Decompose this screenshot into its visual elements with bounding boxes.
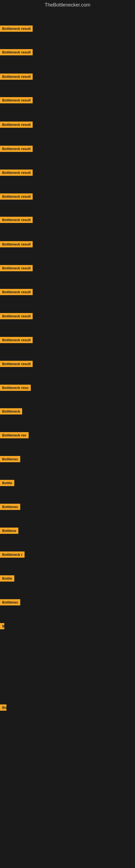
bottleneck-badge: Bottleneck — [0, 408, 22, 414]
bottleneck-badge: Bottleneck result — [0, 337, 33, 343]
bottleneck-badge: Bottlenec — [0, 504, 20, 510]
bottleneck-badge: B — [0, 623, 4, 629]
bottleneck-badge: Bottleneck result — [0, 49, 33, 55]
list-item[interactable]: Bottle — [0, 575, 14, 583]
list-item[interactable]: Bottleneck result — [0, 361, 33, 368]
bottleneck-badge: Bottleneck result — [0, 169, 33, 176]
bottleneck-badge: Bottlene — [0, 528, 18, 534]
list-item[interactable]: Bottleneck result — [0, 26, 33, 33]
bottleneck-badge: Bo — [0, 705, 6, 711]
list-item[interactable]: Bottleneck result — [0, 313, 33, 320]
list-item[interactable]: Bottleneck result — [0, 146, 33, 153]
list-item[interactable]: Bottleneck resu — [0, 384, 31, 392]
list-item[interactable]: B — [0, 623, 4, 630]
list-item[interactable]: Bottlenec — [0, 456, 20, 463]
bottleneck-badge: Bottleneck resu — [0, 384, 31, 391]
bottleneck-badge: Bottleneck result — [0, 313, 33, 319]
list-item[interactable]: Bottleneck result — [0, 217, 33, 224]
list-item[interactable]: Bottleneck result — [0, 241, 33, 248]
list-item[interactable]: Bottleneck res — [0, 432, 29, 439]
bottleneck-badge: Bottleneck result — [0, 146, 33, 152]
bottleneck-badge: Bottlenec — [0, 599, 20, 606]
bottleneck-badge: Bottleneck result — [0, 361, 33, 367]
list-item[interactable]: Bottleneck r — [0, 552, 25, 559]
list-item[interactable]: Bottlene — [0, 528, 18, 535]
list-item[interactable]: Bottlenec — [0, 599, 20, 607]
list-item[interactable]: Bottleneck result — [0, 289, 33, 296]
bottleneck-badge: Bottleneck result — [0, 193, 33, 199]
site-title: TheBottlenecker.com — [0, 0, 135, 10]
bottleneck-badge: Bottleneck r — [0, 552, 25, 558]
bottleneck-badge: Bottleneck res — [0, 432, 29, 438]
list-item[interactable]: Bottleneck result — [0, 73, 33, 81]
bottleneck-badge: Bottleneck result — [0, 73, 33, 80]
list-item[interactable]: Bottleneck result — [0, 193, 33, 201]
bottleneck-badge: Bottle — [0, 575, 14, 582]
list-item[interactable]: Bottleneck result — [0, 49, 33, 56]
list-item[interactable]: Bo — [0, 705, 6, 712]
list-item[interactable]: Bottleneck — [0, 408, 22, 415]
bottleneck-badge: Bottleneck result — [0, 97, 33, 103]
bottleneck-badge: Bottlenec — [0, 456, 20, 462]
bottleneck-badge: Bottleneck result — [0, 289, 33, 295]
list-item[interactable]: Bottleneck result — [0, 265, 33, 272]
list-item[interactable]: Bottleneck result — [0, 337, 33, 344]
list-item[interactable]: Bottleneck result — [0, 169, 33, 177]
bottleneck-badge: Bottleneck result — [0, 217, 33, 223]
bottleneck-badge: Bottle — [0, 480, 14, 486]
list-item[interactable]: Bottlenec — [0, 504, 20, 511]
list-item[interactable]: Bottleneck result — [0, 122, 33, 129]
bottleneck-badge: Bottleneck result — [0, 265, 33, 271]
list-item[interactable]: Bottle — [0, 480, 14, 487]
bottleneck-badge: Bottleneck result — [0, 241, 33, 247]
list-item[interactable]: Bottleneck result — [0, 97, 33, 104]
bottleneck-badge: Bottleneck result — [0, 26, 33, 32]
bottleneck-badge: Bottleneck result — [0, 122, 33, 128]
